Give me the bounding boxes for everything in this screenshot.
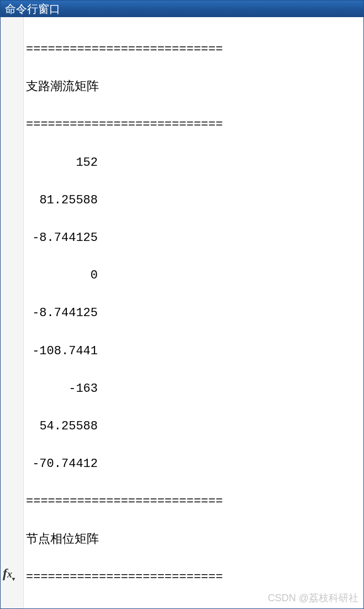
matrix-value: -8.744125 — [26, 304, 98, 323]
matrix-value: 0 — [26, 266, 98, 285]
fx-icon[interactable]: fx▾ — [3, 566, 15, 582]
matrix-value: 152 — [26, 154, 98, 172]
watermark: CSDN @荔枝科研社 — [268, 591, 358, 605]
matrix-row: -8.744125 — [26, 229, 361, 248]
divider: =========================== — [26, 40, 361, 59]
window-title: 命令行窗口 — [5, 3, 60, 15]
command-window: 命令行窗口 fx▾ =========================== 支路… — [0, 0, 364, 609]
output-area[interactable]: =========================== 支路潮流矩阵 =====… — [24, 17, 363, 608]
matrix-value: 81.25588 — [26, 191, 98, 210]
matrix-value: -70.74412 — [26, 455, 98, 474]
matrix-row: 152 — [26, 154, 361, 172]
matrix-value: 0 — [26, 606, 98, 609]
content-area: fx▾ =========================== 支路潮流矩阵 =… — [1, 17, 363, 608]
matrix-row: -70.74412 — [26, 455, 361, 474]
divider: =========================== — [26, 492, 361, 511]
matrix-row: -108.7441 — [26, 342, 361, 361]
matrix-value: -108.7441 — [26, 342, 98, 361]
divider: =========================== — [26, 568, 361, 587]
matrix-row: -163 — [26, 380, 361, 398]
matrix-row: -8.744125 — [26, 304, 361, 323]
matrix-row: 81.25588 — [26, 191, 361, 210]
divider: =========================== — [26, 116, 361, 134]
section-title-phase-angle: 节点相位矩阵 — [26, 531, 361, 549]
titlebar: 命令行窗口 — [1, 1, 363, 17]
section-title-branch-flow: 支路潮流矩阵 — [26, 78, 361, 97]
matrix-value: 54.25588 — [26, 417, 98, 436]
gutter: fx▾ — [1, 17, 24, 608]
matrix-value: -8.744125 — [26, 229, 98, 248]
matrix-value: -163 — [26, 380, 98, 398]
matrix-row: 0 — [26, 266, 361, 285]
matrix-row: 0 — [26, 606, 361, 609]
matrix-row: 54.25588 — [26, 417, 361, 436]
